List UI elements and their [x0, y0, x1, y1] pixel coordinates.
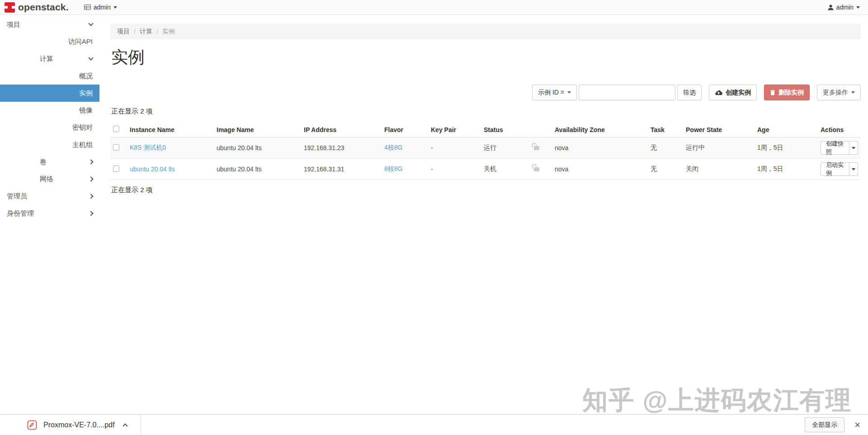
watermark-text: 知乎 @上进码农江有理: [582, 383, 852, 418]
col-image-name[interactable]: Image Name: [214, 122, 301, 137]
col-availability-zone[interactable]: Availability Zone: [552, 122, 648, 137]
sidebar-item-keypairs[interactable]: 密钥对: [0, 119, 99, 136]
col-age[interactable]: Age: [755, 122, 818, 137]
row-checkbox[interactable]: [113, 165, 119, 172]
items-count-bottom: 正在显示 2 项: [111, 186, 861, 194]
key-pair-cell: -: [428, 137, 481, 159]
table-row: K8S 测试机0 ubuntu 20.04 lts 192.168.31.23 …: [110, 137, 861, 159]
download-filename: Proxmox-VE-7.0....pdf: [43, 421, 114, 429]
show-all-downloads-button[interactable]: 全部显示: [805, 417, 844, 432]
sidebar-label-identity: 身份管理: [7, 209, 34, 218]
user-menu[interactable]: admin: [828, 4, 860, 11]
instance-name-link[interactable]: K8S 测试机0: [130, 144, 166, 151]
caret-down-icon: [113, 6, 117, 9]
sidebar-label-project: 项目: [7, 20, 20, 29]
main-content: 项目 / 计算 / 实例 实例 示例 ID = 筛选 创建实例: [99, 15, 868, 435]
sidebar-item-volumes[interactable]: 卷: [0, 153, 99, 170]
image-name-cell: ubuntu 20.04 lts: [214, 159, 301, 180]
select-all-checkbox[interactable]: [113, 126, 119, 132]
row-action-dropdown[interactable]: [849, 141, 858, 155]
caret-down-icon: [852, 168, 855, 170]
unlock-icon: [534, 146, 539, 150]
col-task[interactable]: Task: [648, 122, 683, 137]
table-header-row: Instance Name Image Name IP Address Flav…: [110, 122, 861, 137]
breadcrumb-project[interactable]: 项目: [117, 28, 130, 36]
openstack-logo-icon: [5, 2, 15, 13]
flavor-link[interactable]: 4核8G: [384, 144, 402, 151]
ip-address-cell: 192.168.31.31: [301, 159, 382, 180]
sidebar-label-admin: 管理员: [7, 192, 27, 201]
pdf-icon: [27, 420, 37, 430]
chevron-down-icon: [88, 21, 93, 26]
status-badge: 运行: [484, 144, 496, 152]
row-action-button[interactable]: 启动实例: [821, 162, 849, 176]
sidebar-label-network: 网络: [40, 175, 53, 184]
caret-down-icon: [567, 91, 571, 94]
breadcrumb-compute[interactable]: 计算: [140, 28, 152, 36]
col-instance-name[interactable]: Instance Name: [127, 122, 214, 137]
chevron-right-icon: [88, 194, 93, 199]
power-state-cell: 运行中: [683, 137, 755, 159]
power-state-cell: 关闭: [683, 159, 755, 180]
flavor-link[interactable]: 8核8G: [384, 165, 402, 172]
create-instance-button[interactable]: 创建实例: [709, 85, 757, 100]
sidebar-item-instances[interactable]: 实例: [0, 85, 99, 102]
sidebar-item-identity[interactable]: 身份管理: [0, 205, 99, 222]
sidebar-item-overview[interactable]: 概况: [0, 67, 99, 85]
search-input[interactable]: [579, 85, 675, 100]
sidebar-item-images[interactable]: 镜像: [0, 102, 99, 119]
sidebar-label-access-api: 访问API: [68, 38, 93, 46]
page-title: 实例: [111, 47, 861, 67]
instance-name-link[interactable]: ubuntu 20.04 lts: [130, 165, 175, 173]
age-cell: 1周，5日: [755, 159, 818, 180]
filter-field-dropdown[interactable]: 示例 ID =: [532, 85, 577, 100]
sidebar-item-admin[interactable]: 管理员: [0, 188, 99, 205]
chevron-right-icon: [88, 159, 93, 164]
download-bar: Proxmox-VE-7.0....pdf 全部显示 ×: [0, 414, 868, 435]
breadcrumb-separator: /: [130, 28, 140, 35]
user-icon: [828, 5, 834, 10]
sidebar-item-server-groups[interactable]: 主机组: [0, 136, 99, 153]
sidebar-item-network[interactable]: 网络: [0, 170, 99, 188]
sidebar-item-project[interactable]: 项目: [0, 16, 99, 33]
delete-instance-label: 删除实例: [778, 89, 804, 97]
row-action-button[interactable]: 创建快照: [821, 141, 849, 155]
row-checkbox[interactable]: [113, 144, 119, 151]
row-action-dropdown[interactable]: [849, 162, 858, 176]
sidebar-label-compute: 计算: [40, 55, 53, 63]
items-count-top: 正在显示 2 项: [111, 107, 861, 116]
delete-instance-button[interactable]: 删除实例: [764, 85, 810, 100]
sidebar-label-images: 镜像: [79, 106, 93, 115]
breadcrumb-current: 实例: [162, 28, 175, 36]
chevron-right-icon: [88, 176, 93, 181]
download-bar-divider: [141, 415, 141, 435]
col-power-state[interactable]: Power State: [683, 122, 755, 137]
filter-button-label: 筛选: [683, 89, 696, 97]
chevron-up-icon[interactable]: [123, 423, 128, 428]
col-key-pair[interactable]: Key Pair: [428, 122, 481, 137]
table-row: ubuntu 20.04 lts ubuntu 20.04 lts 192.16…: [110, 159, 861, 180]
brand-text: openstack.: [18, 2, 69, 13]
task-cell: 无: [648, 137, 683, 159]
chevron-right-icon: [88, 211, 93, 216]
openstack-brand[interactable]: openstack.: [5, 2, 69, 13]
download-item[interactable]: Proxmox-VE-7.0....pdf: [0, 420, 127, 430]
sidebar-label-keypairs: 密钥对: [72, 123, 93, 132]
cloud-upload-icon: [715, 90, 722, 95]
col-status[interactable]: Status: [481, 122, 552, 137]
sidebar-item-access-api[interactable]: 访问API: [0, 33, 99, 50]
col-ip-address[interactable]: IP Address: [301, 122, 382, 137]
availability-zone-cell: nova: [552, 159, 648, 180]
sidebar-label-overview: 概况: [79, 72, 93, 80]
close-icon[interactable]: ×: [854, 420, 860, 430]
status-badge: 关机: [484, 165, 496, 173]
project-switcher-menu[interactable]: admin: [84, 4, 117, 11]
col-flavor[interactable]: Flavor: [382, 122, 428, 137]
image-name-cell: ubuntu 20.04 lts: [214, 137, 301, 159]
more-actions-dropdown[interactable]: 更多操作: [817, 85, 861, 100]
filter-button[interactable]: 筛选: [677, 85, 702, 100]
sidebar: 项目 访问API 计算 概况 实例 镜像 密钥对 主机组 卷 网络: [0, 15, 99, 435]
sidebar-item-compute[interactable]: 计算: [0, 50, 99, 67]
unlock-icon: [534, 167, 539, 171]
filter-field-label: 示例 ID =: [538, 89, 564, 97]
